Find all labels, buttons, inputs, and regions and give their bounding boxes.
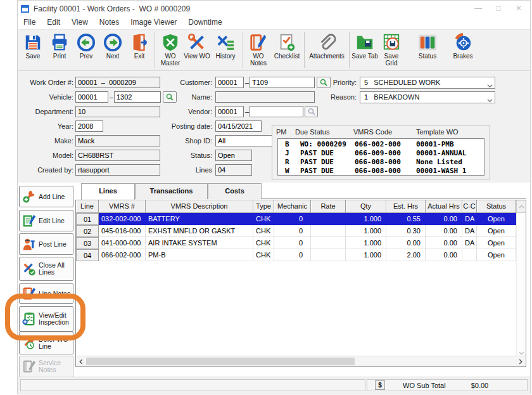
status-button[interactable]: Status bbox=[412, 32, 443, 60]
view-wo-icon bbox=[187, 32, 207, 52]
save-grid-icon bbox=[381, 32, 402, 52]
priority-dropdown[interactable]: 5 SCHEDULED WORK bbox=[360, 77, 495, 89]
column-header[interactable]: VMRS # bbox=[99, 200, 146, 213]
column-header[interactable]: VMRS Description bbox=[146, 200, 253, 213]
column-header[interactable]: Type bbox=[253, 200, 274, 213]
horizontal-scrollbar[interactable] bbox=[76, 356, 526, 366]
exit-button[interactable]: Exit bbox=[126, 32, 153, 60]
table-row[interactable]: 03 041-000-000 AIR INTAKE SYSTEM CHK 0 1… bbox=[76, 237, 516, 249]
created-by-field: rtasupport bbox=[75, 164, 160, 176]
column-header[interactable]: Est. Hrs bbox=[386, 200, 426, 213]
scroll-right-button[interactable] bbox=[516, 356, 525, 366]
currency-button[interactable]: $ bbox=[375, 380, 385, 390]
customer-number-field[interactable]: T109 bbox=[250, 77, 315, 88]
save-tab-icon bbox=[355, 32, 375, 52]
tab-lines[interactable]: Lines bbox=[81, 183, 135, 200]
print-button[interactable]: Print bbox=[46, 32, 73, 60]
menu-edit[interactable]: Edit bbox=[41, 16, 66, 29]
history-button[interactable]: History bbox=[210, 32, 241, 60]
add-line-icon bbox=[22, 190, 36, 204]
tab-transactions[interactable]: Transactions bbox=[135, 183, 208, 199]
vehicle-facility-field[interactable]: 00001 bbox=[75, 91, 108, 103]
table-row[interactable]: 02 045-016-000 EXHST MNFLD OR GASKT CHK … bbox=[76, 225, 516, 237]
chevron-right-icon bbox=[519, 359, 522, 365]
column-header[interactable]: Actual Hrs bbox=[426, 200, 462, 213]
pm-panel-headers: PM Due Status VMRS Code Template WO bbox=[272, 126, 490, 136]
table-row[interactable]: 04 066-002-000 PM-B CHK 0 1.000 2.00 0.0… bbox=[76, 249, 516, 261]
vendor-search-button[interactable] bbox=[305, 106, 318, 117]
column-header[interactable]: Mechanic bbox=[274, 200, 311, 213]
vertical-scrollbar[interactable] bbox=[516, 213, 526, 356]
app-window: Facility 00001 - Work Orders - WO # 0000… bbox=[17, 0, 531, 394]
pm-row: BWO: 0000209066-002-00000001-PMB bbox=[285, 140, 484, 149]
pm-row: RPAST DUE066-008-000None Listed bbox=[285, 158, 484, 167]
attachments-button[interactable]: Attachments bbox=[307, 32, 347, 60]
checklist-button[interactable]: Checklist bbox=[272, 32, 302, 60]
service-notes-icon bbox=[22, 359, 36, 373]
service-notes-button: Service Notes bbox=[19, 356, 73, 377]
defer-wo-line-button[interactable]: Defer WO Line bbox=[19, 332, 73, 354]
minimize-button[interactable]: — bbox=[468, 1, 488, 16]
search-icon bbox=[307, 107, 316, 116]
save-grid-button[interactable]: Save Grid bbox=[378, 32, 405, 67]
vendor-number-field[interactable] bbox=[250, 106, 303, 117]
save-tab-button[interactable]: Save Tab bbox=[352, 32, 378, 60]
screenshot-stage: Facility 00001 - Work Orders - WO # 0000… bbox=[0, 0, 532, 395]
toolbar-separator bbox=[304, 32, 305, 68]
close-all-lines-button[interactable]: Close All Lines bbox=[19, 257, 73, 281]
column-header[interactable]: Line bbox=[76, 200, 99, 213]
column-header[interactable]: C-C bbox=[462, 200, 477, 213]
menu-view[interactable]: View bbox=[66, 16, 94, 29]
maximize-button[interactable]: □ bbox=[488, 1, 509, 16]
column-header[interactable]: Status bbox=[477, 200, 516, 213]
toolbar: Save Print Prev Next Exit WO Master View… bbox=[18, 29, 530, 71]
window-controls: — □ ✕ bbox=[468, 1, 529, 16]
vendor-facility-field[interactable]: 00001 bbox=[215, 106, 244, 117]
edit-line-button[interactable]: Edit Line bbox=[19, 210, 73, 231]
view-edit-inspection-icon bbox=[22, 312, 36, 326]
menu-downtime[interactable]: Downtime bbox=[182, 16, 227, 29]
line-notes-button[interactable]: Line Notes bbox=[19, 283, 73, 304]
view-edit-inspection-button[interactable]: View/Edit Inspection bbox=[19, 306, 73, 332]
menu-notes[interactable]: Notes bbox=[94, 16, 125, 29]
column-header[interactable]: Rate bbox=[311, 200, 346, 213]
work-order-label: Work Order #: bbox=[20, 77, 73, 88]
pm-due-status-list[interactable]: BWO: 0000209066-002-00000001-PMB JPAST D… bbox=[277, 138, 484, 176]
brakes-icon bbox=[453, 32, 473, 52]
wo-notes-button[interactable]: WO Notes bbox=[245, 32, 272, 67]
scrollbar-thumb[interactable] bbox=[86, 358, 355, 365]
reason-dropdown[interactable]: 1 BREAKDOWN bbox=[360, 91, 495, 103]
menu-image-viewer[interactable]: Image Viewer bbox=[125, 16, 182, 29]
table-row[interactable]: 01 032-002-000 BATTERY CHK 0 1.000 0.55 … bbox=[76, 213, 516, 225]
chevron-up-icon bbox=[519, 205, 524, 209]
menu-bar: File Edit View Notes Image Viewer Downti… bbox=[18, 16, 530, 29]
line-notes-icon bbox=[22, 287, 36, 301]
brakes-button[interactable]: Brakes bbox=[448, 32, 478, 60]
scroll-down-button[interactable] bbox=[517, 351, 526, 355]
edit-line-icon bbox=[22, 214, 36, 228]
scroll-left-button[interactable] bbox=[77, 356, 86, 366]
menu-file[interactable]: File bbox=[18, 16, 41, 29]
year-field[interactable]: 2008 bbox=[75, 120, 103, 132]
grid-header: Line VMRS # VMRS Description Type Mechan… bbox=[76, 200, 516, 213]
add-line-button[interactable]: Add Line bbox=[19, 186, 73, 207]
next-button[interactable]: Next bbox=[99, 32, 126, 60]
window-title: Facility 00001 - Work Orders - WO # 0000… bbox=[34, 4, 190, 13]
history-icon bbox=[215, 32, 236, 52]
tab-costs[interactable]: Costs bbox=[208, 183, 262, 199]
wo-master-button[interactable]: WO Master bbox=[157, 32, 184, 67]
department-field: 10 bbox=[75, 106, 160, 117]
posting-date-field[interactable]: 04/15/2021 bbox=[215, 120, 262, 132]
save-button[interactable]: Save bbox=[20, 32, 46, 60]
column-header[interactable]: Qty bbox=[346, 200, 386, 213]
view-wo-button[interactable]: View WO bbox=[184, 32, 210, 60]
vehicle-label: Vehicle: bbox=[20, 91, 73, 103]
scroll-up-button[interactable] bbox=[516, 200, 526, 213]
customer-facility-field[interactable]: 00001 bbox=[215, 77, 244, 88]
close-button[interactable]: ✕ bbox=[509, 1, 529, 16]
checklist-icon bbox=[277, 32, 297, 52]
post-line-button[interactable]: Post Line bbox=[19, 233, 73, 255]
prev-button[interactable]: Prev bbox=[73, 32, 99, 60]
print-icon bbox=[49, 32, 70, 52]
chevron-left-icon bbox=[79, 359, 83, 365]
